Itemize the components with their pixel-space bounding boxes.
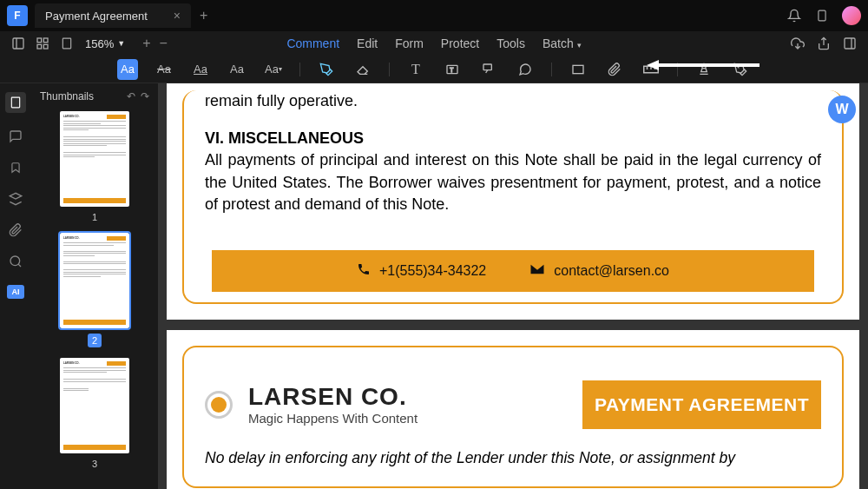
zoom-in-button[interactable]: + [142,36,150,51]
svg-line-24 [18,264,21,267]
divider [677,63,678,76]
ai-icon[interactable]: AI [7,285,24,299]
svg-rect-6 [43,44,48,49]
contact-bar: +1(555)34-34322 contact@larsen.co [212,250,814,292]
caret-tool[interactable]: Aa▾ [263,59,284,80]
cloud-download-icon[interactable] [790,36,806,51]
menu-batch[interactable]: Batch ▾ [542,36,582,50]
menu-tools[interactable]: Tools [496,36,525,50]
thumb-label-1: 1 [40,212,149,222]
textbox-tool[interactable]: T [442,59,463,80]
callout-tool[interactable] [478,59,499,80]
brand-logo-icon [205,391,233,419]
zoom-out-button[interactable]: − [160,36,168,51]
user-avatar[interactable] [842,6,861,25]
grid-view-icon[interactable] [35,36,50,51]
stamp-tool[interactable] [694,59,714,80]
ai-assistant-fab[interactable]: W [828,96,856,123]
eraser-tool[interactable] [352,59,373,80]
rotate-right-icon[interactable]: ↷ [141,90,149,102]
thumbnail-page-3[interactable]: LARSEN CO. [60,358,129,453]
svg-text:T: T [450,66,453,72]
brand-tagline: Magic Happens With Content [248,411,418,426]
zoom-level[interactable]: 156% ▼ [85,37,125,50]
bell-icon[interactable] [786,8,802,23]
thumbnails-icon[interactable] [5,92,26,113]
brand: LARSEN CO. Magic Happens With Content [205,383,418,426]
underline-tool[interactable]: Aa [190,59,211,80]
sidebar-toggle-icon[interactable] [10,36,26,51]
divider [551,63,552,76]
main-menu: Comment Edit Form Protect Tools Batch ▾ [286,36,581,50]
app-logo: F [7,5,28,26]
layers-icon[interactable] [8,191,23,207]
attachments-panel-icon[interactable] [8,222,23,238]
menu-comment[interactable]: Comment [286,36,339,50]
squiggly-tool[interactable]: Aa [227,59,247,80]
email-icon [529,263,545,279]
phone-icon [357,262,371,280]
menu-form[interactable]: Form [395,36,424,50]
search-icon[interactable] [8,254,23,269]
close-tab-icon[interactable]: × [174,9,181,23]
svg-rect-2 [13,38,23,49]
thumbnails-panel: Thumbnails ↶ ↷ LARSEN CO. 1 LARSEN CO. [31,83,158,489]
text-tool[interactable]: T [405,59,426,80]
doc-intro-paragraph: No delay in enforcing any right of the L… [205,446,821,469]
tab-title: Payment Agreement [45,10,148,23]
doc-heading-6: VI. MISCELLANEOUS [205,128,821,149]
svg-rect-0 [819,10,825,21]
svg-rect-14 [573,65,583,73]
document-title-badge: PAYMENT AGREEMENT [582,380,821,429]
doc-page-3: LARSEN CO. Magic Happens With Content PA… [167,330,859,489]
svg-rect-21 [11,97,19,108]
svg-rect-5 [43,38,48,43]
properties-panel-icon[interactable] [842,36,858,51]
left-rail: AI [0,83,31,489]
document-tab[interactable]: Payment Agreement × [35,3,191,28]
thumb-label-3: 3 [40,459,149,469]
doc-paragraph-6: All payments of principal and interest o… [205,149,821,215]
thumbnail-page-2[interactable]: LARSEN CO. [60,233,129,328]
svg-rect-9 [845,38,855,49]
strikethrough-tool[interactable]: Aa [154,59,174,80]
new-tab-button[interactable]: + [200,8,207,23]
topbar: 156% ▼ + − Comment Edit Form Protect Too… [0,31,868,56]
svg-rect-4 [37,38,42,43]
doc-page-2: remain fully operative. VI. MISCELLANEOU… [167,83,859,320]
highlight-tool[interactable]: Aa [117,59,138,80]
chevron-down-icon: ▼ [117,39,125,48]
menu-protect[interactable]: Protect [441,36,479,50]
device-icon[interactable] [814,8,830,23]
menu-edit[interactable]: Edit [357,36,378,50]
svg-marker-22 [10,193,21,199]
contact-email: contact@larsen.co [554,263,669,279]
attachment-tool[interactable] [604,59,625,80]
note-tool[interactable] [515,59,536,80]
rectangle-tool[interactable] [568,59,589,80]
thumb-label-2: 2 [88,334,102,347]
document-viewport[interactable]: remain fully operative. VI. MISCELLANEOU… [158,83,868,489]
svg-rect-8 [62,38,70,49]
share-icon[interactable] [816,36,832,51]
doc-fragment: remain fully operative. [205,90,821,112]
contact-phone: +1(555)34-34322 [379,263,486,279]
comments-panel-icon[interactable] [8,129,23,144]
thumbnail-page-1[interactable]: LARSEN CO. [60,111,129,207]
divider [299,63,300,76]
page-view-icon[interactable] [59,36,75,51]
titlebar: F Payment Agreement × + [0,0,868,31]
bookmarks-icon[interactable] [8,160,23,175]
svg-point-23 [10,256,20,266]
signature-tool[interactable] [730,59,751,80]
brand-name: LARSEN CO. [248,383,418,411]
comment-toolbar: Aa Aa Aa Aa Aa▾ T T [0,56,868,83]
divider [389,63,390,76]
svg-rect-13 [483,64,491,70]
svg-rect-7 [37,44,42,49]
measure-tool[interactable] [641,59,661,80]
area-highlight-tool[interactable] [316,59,337,80]
rotate-left-icon[interactable]: ↶ [127,90,135,102]
thumbnails-title: Thumbnails [40,90,94,102]
